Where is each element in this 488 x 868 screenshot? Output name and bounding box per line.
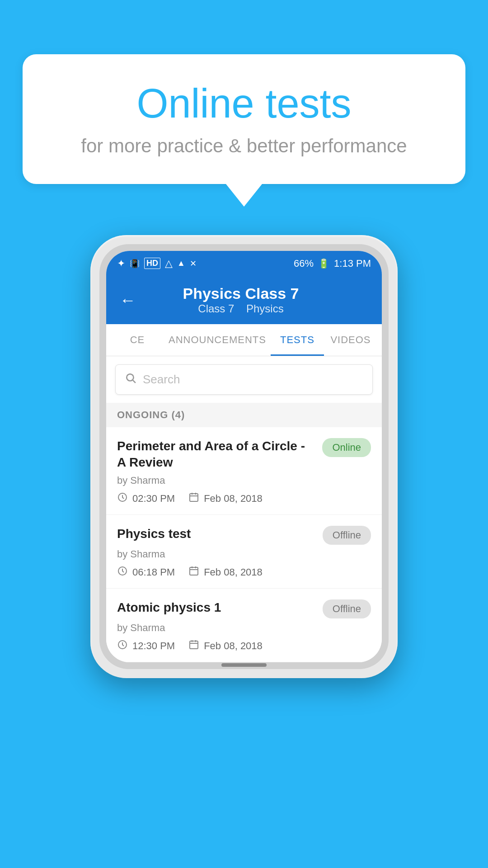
calendar-icon [188,492,199,505]
clock-icon [117,639,128,653]
tab-announcements[interactable]: ANNOUNCEMENTS [164,324,271,356]
test-title: Perimeter and Area of a Circle - A Revie… [117,438,315,471]
clock-icon [117,492,128,505]
home-indicator [221,663,267,667]
status-bar-left: ✦ 📳 HD △ ▲ ✕ [117,258,288,269]
signal-icon: ▲ [177,259,185,268]
phone-inner: ✦ 📳 HD △ ▲ ✕ 6 [99,244,389,669]
test-meta: 06:18 PM [117,566,371,579]
test-item-header: Atomic physics 1 Offline [117,599,371,618]
test-author: by Sharma [117,475,371,486]
test-author: by Sharma [117,548,371,560]
subtitle-subject: Physics [246,302,284,315]
test-item-header: Physics test Offline [117,526,371,545]
test-meta: 12:30 PM [117,639,371,653]
calendar-icon [188,639,199,653]
battery-percent: 66% [294,258,314,269]
bubble-title: Online tests [59,81,429,126]
test-title: Atomic physics 1 [117,599,315,616]
phone-screen: ✦ 📳 HD △ ▲ ✕ 6 [106,251,382,662]
tab-videos[interactable]: VIDEOS [324,324,377,356]
svg-rect-13 [190,641,198,649]
svg-rect-8 [190,567,198,575]
time-display: 1:13 PM [334,258,371,269]
test-time: 12:30 PM [132,640,175,652]
hd-label: HD [144,258,160,269]
wifi-icon: △ [165,258,173,269]
no-signal-icon: ✕ [190,259,197,269]
phone-mockup: ✦ 📳 HD △ ▲ ✕ 6 [90,235,398,678]
time-meta: 02:30 PM [117,492,175,505]
test-item-header: Perimeter and Area of a Circle - A Revie… [117,438,371,471]
search-container: Search [106,356,382,403]
svg-line-1 [133,380,136,383]
time-meta: 12:30 PM [117,639,175,653]
status-bar-right: 66% 🔋 1:13 PM [294,258,371,269]
clock-icon [117,566,128,579]
app-bar-title-container: Physics Class 7 Class 7 Physics [145,285,337,315]
test-meta: 02:30 PM [117,492,371,505]
test-time: 06:18 PM [132,566,175,578]
test-date: Feb 08, 2018 [204,566,263,578]
date-meta: Feb 08, 2018 [188,639,263,653]
search-icon [125,372,136,387]
date-meta: Feb 08, 2018 [188,566,263,579]
app-bar-subtitle: Class 7 Physics [145,302,337,315]
svg-rect-3 [190,494,198,501]
calendar-icon [188,566,199,579]
test-title: Physics test [117,526,315,542]
status-badge-offline: Offline [323,526,371,545]
test-item[interactable]: Physics test Offline by Sharma [106,515,382,589]
bluetooth-icon: ✦ [117,258,125,269]
test-time: 02:30 PM [132,493,175,505]
date-meta: Feb 08, 2018 [188,492,263,505]
tab-tests[interactable]: TESTS [271,324,324,356]
search-bar[interactable]: Search [115,364,373,395]
status-badge-online: Online [322,438,371,457]
phone-outer: ✦ 📳 HD △ ▲ ✕ 6 [90,235,398,678]
section-header-ongoing: ONGOING (4) [106,403,382,427]
test-date: Feb 08, 2018 [204,493,263,505]
test-author: by Sharma [117,622,371,634]
battery-icon: 🔋 [318,258,329,269]
screen-content: ✦ 📳 HD △ ▲ ✕ 6 [106,251,382,662]
bubble-arrow [226,184,262,207]
back-button[interactable]: ← [120,291,136,310]
test-date: Feb 08, 2018 [204,640,263,652]
app-bar: ← Physics Class 7 Class 7 Physics [106,276,382,324]
speech-bubble: Online tests for more practice & better … [23,54,465,184]
status-badge-offline: Offline [323,599,371,618]
bubble-subtitle: for more practice & better performance [59,135,429,157]
promo-section: Online tests for more practice & better … [23,54,465,207]
test-item[interactable]: Perimeter and Area of a Circle - A Revie… [106,427,382,515]
svg-point-0 [127,374,133,381]
tab-ce[interactable]: CE [111,324,164,356]
test-item[interactable]: Atomic physics 1 Offline by Sharma [106,589,382,662]
status-bar: ✦ 📳 HD △ ▲ ✕ 6 [106,251,382,276]
vibrate-icon: 📳 [130,259,140,269]
app-bar-title: Physics Class 7 [145,285,337,302]
tab-bar: CE ANNOUNCEMENTS TESTS VIDEOS [106,324,382,356]
subtitle-class: Class 7 [198,302,234,315]
time-meta: 06:18 PM [117,566,175,579]
search-placeholder: Search [143,373,180,387]
